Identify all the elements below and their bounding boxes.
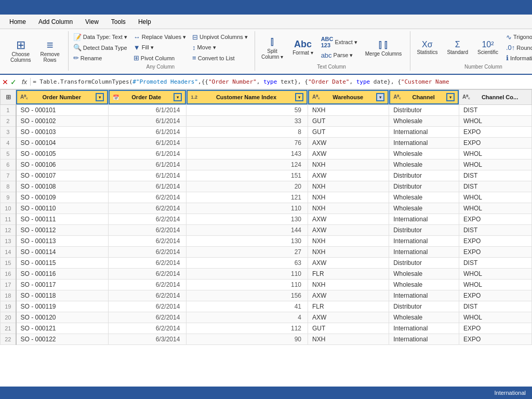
table-row[interactable]: 9 SO - 000109 6/2/2014 121 NXH Wholesale… bbox=[1, 192, 532, 203]
menu-tools[interactable]: Tools bbox=[106, 16, 131, 28]
remove-rows-button[interactable]: ≡ RemoveRows bbox=[36, 37, 63, 65]
menu-add-column[interactable]: Add Column bbox=[33, 16, 78, 28]
convert-list-button[interactable]: ≡ Convert to List bbox=[190, 53, 250, 63]
table-row[interactable]: 4 SO - 000104 6/1/2014 76 AXW Internatio… bbox=[1, 138, 532, 149]
channel-cell: International bbox=[389, 127, 459, 138]
data-grid[interactable]: ⊞ Aᴮ꜀ Order Number ▾ 📅 bbox=[0, 89, 532, 387]
ribbon-group-rows: ⊞ ChooseColumns ≡ RemoveRows bbox=[4, 31, 69, 71]
replace-values-button[interactable]: ↔ Replace Values ▾ bbox=[131, 32, 189, 42]
customer-idx-cell: 59 bbox=[187, 105, 308, 116]
warehouse-filter[interactable]: ▾ bbox=[376, 93, 384, 101]
menu-home[interactable]: Home bbox=[4, 16, 31, 28]
warehouse-cell: AXW bbox=[308, 258, 389, 269]
table-row[interactable]: 15 SO - 000115 6/2/2014 63 AXW Distribut… bbox=[1, 258, 532, 269]
date-cell: 6/2/2014 bbox=[109, 301, 187, 312]
customer-idx-cell: 8 bbox=[187, 127, 308, 138]
channel-code-header: Aᴮ꜀ Channel Co... bbox=[459, 90, 531, 105]
customer-idx-cell: 151 bbox=[187, 170, 308, 181]
split-icon: ⫿ bbox=[270, 35, 275, 48]
table-row[interactable]: 1 SO - 000101 6/1/2014 59 NXH Distributo… bbox=[1, 105, 532, 116]
detect-data-type-button[interactable]: 🔍 Detect Data Type bbox=[71, 43, 130, 52]
statistics-button[interactable]: Xσ Statistics bbox=[413, 38, 442, 57]
menu-help[interactable]: Help bbox=[133, 16, 156, 28]
fill-button[interactable]: ▼ Fill ▾ bbox=[131, 43, 189, 52]
channel-cell: Distributor bbox=[389, 105, 459, 116]
date-cell: 6/1/2014 bbox=[109, 138, 187, 149]
pivot-icon: ⊞ bbox=[134, 54, 139, 62]
warehouse-cell: NXH bbox=[308, 247, 389, 258]
scientific-button[interactable]: 10² Scientific bbox=[473, 38, 502, 57]
table-row[interactable]: 14 SO - 000114 6/2/2014 27 NXH Internati… bbox=[1, 247, 532, 258]
menu-view[interactable]: View bbox=[80, 16, 104, 28]
trigonometry-button[interactable]: ∿ Trigonometry ▾ bbox=[503, 32, 532, 42]
table-row[interactable]: 21 SO - 000121 6/2/2014 112 GUT Internat… bbox=[1, 323, 532, 334]
pivot-column-button[interactable]: ⊞ Pivot Column bbox=[131, 53, 189, 63]
warehouse-cell: FLR bbox=[308, 269, 389, 280]
information-button[interactable]: ℹ Information bbox=[503, 53, 532, 63]
status-bar: International bbox=[0, 387, 532, 399]
table-row[interactable]: 22 SO - 000122 6/3/2014 90 NXH Internati… bbox=[1, 334, 532, 345]
row-number: 4 bbox=[1, 138, 16, 149]
order-number-filter[interactable]: ▾ bbox=[96, 93, 104, 101]
table-row[interactable]: 17 SO - 000117 6/2/2014 110 NXH Wholesal… bbox=[1, 280, 532, 290]
customer-idx-cell: 144 bbox=[187, 225, 308, 236]
warehouse-cell: AXW bbox=[308, 290, 389, 301]
parse-icon: abc bbox=[321, 51, 332, 59]
parse-button[interactable]: abc Parse ▾ bbox=[318, 50, 360, 60]
table-row[interactable]: 6 SO - 000106 6/1/2014 124 NXH Wholesale… bbox=[1, 159, 532, 170]
table-row[interactable]: 7 SO - 000107 6/1/2014 151 AXW Distribut… bbox=[1, 170, 532, 181]
row-number: 19 bbox=[1, 301, 16, 312]
channel-cell: Wholesale bbox=[389, 159, 459, 170]
merge-columns-button[interactable]: ⫿⫿ Merge Columns bbox=[361, 36, 406, 59]
date-cell: 6/2/2014 bbox=[109, 247, 187, 258]
table-row[interactable]: 20 SO - 000120 6/2/2014 4 AXW Wholesale … bbox=[1, 312, 532, 323]
customer-idx-cell: 41 bbox=[187, 301, 308, 312]
order-number-cell: SO - 000108 bbox=[16, 181, 109, 192]
unpivot-button[interactable]: ⊟ Unpivot Columns ▾ bbox=[190, 32, 250, 42]
table-row[interactable]: 5 SO - 000105 6/1/2014 143 AXW Wholesale… bbox=[1, 149, 532, 159]
channel-code-cell: WHOL bbox=[459, 269, 531, 280]
customer-idx-cell: 63 bbox=[187, 258, 308, 269]
table-row[interactable]: 10 SO - 000110 6/2/2014 110 NXH Wholesal… bbox=[1, 203, 532, 214]
data-type-button[interactable]: 📝 Data Type: Text ▾ bbox=[71, 32, 130, 42]
table-row[interactable]: 12 SO - 000112 6/2/2014 144 AXW Distribu… bbox=[1, 225, 532, 236]
choose-columns-icon: ⊞ bbox=[16, 39, 25, 51]
table-row[interactable]: 8 SO - 000108 6/1/2014 20 NXH Distributo… bbox=[1, 181, 532, 192]
rename-button[interactable]: ✏ Rename bbox=[71, 53, 130, 63]
customer-idx-cell: 130 bbox=[187, 236, 308, 247]
channel-cell: Wholesale bbox=[389, 203, 459, 214]
channel-filter[interactable]: ▾ bbox=[446, 93, 455, 101]
table-row[interactable]: 13 SO - 000113 6/2/2014 130 NXH Internat… bbox=[1, 236, 532, 247]
table-row[interactable]: 19 SO - 000119 6/2/2014 41 FLR Distribut… bbox=[1, 301, 532, 312]
choose-columns-button[interactable]: ⊞ ChooseColumns bbox=[6, 37, 35, 65]
order-date-header: 📅 Order Date ▾ bbox=[109, 90, 187, 105]
date-cell: 6/2/2014 bbox=[109, 236, 187, 247]
table-row[interactable]: 2 SO - 000102 6/1/2014 33 GUT Wholesale … bbox=[1, 116, 532, 127]
confirm-icon[interactable]: ✓ bbox=[10, 78, 17, 86]
standard-button[interactable]: Σ Standard bbox=[443, 38, 472, 57]
split-column-button[interactable]: ⫿ SplitColumn ▾ bbox=[257, 33, 287, 61]
row-number: 20 bbox=[1, 312, 16, 323]
warehouse-cell: NXH bbox=[308, 236, 389, 247]
customer-name-filter[interactable]: ▾ bbox=[295, 93, 303, 101]
table-row[interactable]: 11 SO - 000111 6/2/2014 130 AXW Internat… bbox=[1, 214, 532, 225]
extract-button[interactable]: ABC123 Extract ▾ bbox=[318, 35, 360, 49]
status-international: International bbox=[494, 390, 526, 396]
channel-cell: Distributor bbox=[389, 258, 459, 269]
move-button[interactable]: ↕ Move ▾ bbox=[190, 43, 250, 52]
warehouse-cell: GUT bbox=[308, 323, 389, 334]
channel-code-cell: EXPO bbox=[459, 138, 531, 149]
order-number-cell: SO - 000113 bbox=[16, 236, 109, 247]
table-row[interactable]: 3 SO - 000103 6/1/2014 8 GUT Internation… bbox=[1, 127, 532, 138]
table-row[interactable]: 18 SO - 000118 6/2/2014 156 AXW Internat… bbox=[1, 290, 532, 301]
channel-code-cell: EXPO bbox=[459, 247, 531, 258]
cancel-icon[interactable]: ✕ bbox=[2, 78, 8, 86]
format-icon: Abc bbox=[294, 39, 312, 50]
order-date-filter[interactable]: ▾ bbox=[174, 93, 182, 101]
order-number-header: Aᴮ꜀ Order Number ▾ bbox=[16, 90, 109, 105]
table-row[interactable]: 16 SO - 000116 6/2/2014 110 FLR Wholesal… bbox=[1, 269, 532, 280]
row-number: 14 bbox=[1, 247, 16, 258]
order-number-cell: SO - 000107 bbox=[16, 170, 109, 181]
rounding-button[interactable]: .0↑ Rounding bbox=[503, 43, 532, 52]
format-button[interactable]: Abc Format ▾ bbox=[288, 37, 317, 58]
